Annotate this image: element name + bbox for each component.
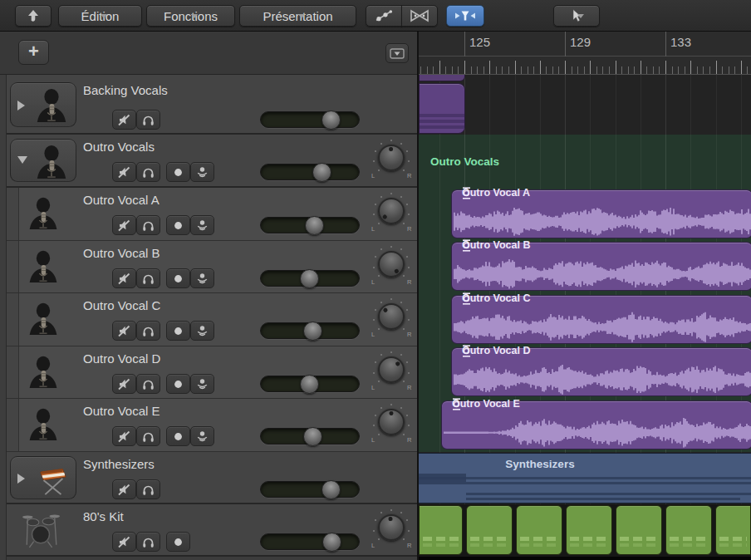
volume-slider[interactable]: [260, 111, 360, 128]
volume-slider-thumb[interactable]: [303, 322, 322, 341]
solo-button[interactable]: [136, 162, 160, 182]
bar-ruler[interactable]: 125 129 133: [419, 32, 751, 75]
vocals-track-icon[interactable]: [27, 196, 60, 233]
pan-knob-dial[interactable]: [378, 251, 405, 278]
region-outro-vocal-c[interactable]: Outro Vocal C: [451, 295, 751, 344]
volume-slider[interactable]: [260, 376, 360, 392]
solo-button[interactable]: [136, 215, 160, 235]
input-button[interactable]: [190, 321, 214, 341]
region-outro-vocal-b[interactable]: Outro Vocal B: [451, 242, 751, 291]
mute-button[interactable]: [112, 532, 136, 552]
vocals-track-icon[interactable]: [27, 407, 60, 444]
solo-button[interactable]: [136, 426, 160, 446]
volume-slider[interactable]: [260, 270, 360, 287]
mute-button[interactable]: [112, 374, 136, 394]
vocals-track-icon[interactable]: [27, 355, 60, 391]
add-track-button[interactable]: +: [18, 40, 49, 65]
crossfade-drag-button[interactable]: [401, 5, 438, 27]
menu-edition[interactable]: Édition: [58, 5, 142, 27]
region-synthesizers[interactable]: Synthesizers: [419, 453, 751, 504]
vocals-track-icon[interactable]: [34, 144, 69, 182]
input-button[interactable]: [190, 426, 214, 446]
header-lanes-divider[interactable]: [417, 32, 419, 560]
back-up-button[interactable]: [15, 5, 52, 27]
pan-knob-dial[interactable]: [378, 356, 405, 383]
region-80s-kit[interactable]: [715, 505, 751, 555]
region-outro-vocal-a[interactable]: Outro Vocal A: [451, 189, 751, 238]
mute-button[interactable]: [112, 162, 136, 182]
track-header-outro-vocal-a[interactable]: Outro Vocal ALR: [0, 188, 419, 241]
input-button[interactable]: [190, 162, 214, 182]
region-outro-vocal-e[interactable]: Outro Vocal E: [441, 400, 751, 449]
flex-button[interactable]: [446, 5, 484, 27]
volume-slider-thumb[interactable]: [312, 163, 331, 182]
synth-track-icon[interactable]: [34, 461, 69, 499]
record-button[interactable]: [166, 532, 190, 552]
volume-slider-thumb[interactable]: [322, 533, 341, 552]
track-header-synthesizers[interactable]: Synthesizers: [0, 452, 419, 504]
pan-knob-dial[interactable]: [378, 303, 405, 330]
track-header-outro-vocal-c[interactable]: Outro Vocal CLR: [0, 293, 419, 346]
pan-knob[interactable]: LR: [369, 512, 414, 553]
volume-slider[interactable]: [260, 164, 360, 180]
track-header-80-s-kit[interactable]: 80's KitLR: [0, 504, 419, 557]
pan-knob[interactable]: LR: [369, 406, 414, 448]
region-80s-kit[interactable]: [566, 505, 612, 555]
menu-presentation[interactable]: Présentation: [239, 5, 356, 27]
volume-slider-thumb[interactable]: [303, 427, 322, 446]
pan-knob[interactable]: LR: [369, 301, 414, 342]
volume-slider[interactable]: [260, 428, 360, 445]
volume-slider-thumb[interactable]: [322, 111, 341, 130]
record-button[interactable]: [166, 215, 190, 235]
track-header-outro-vocal-e[interactable]: Outro Vocal ELR: [0, 399, 419, 452]
track-header-outro-vocal-d[interactable]: Outro Vocal DLR: [0, 346, 419, 399]
volume-slider-thumb[interactable]: [322, 480, 341, 499]
record-button[interactable]: [166, 426, 190, 446]
track-header-collapse-button[interactable]: [385, 43, 409, 63]
solo-button[interactable]: [136, 479, 160, 499]
input-button[interactable]: [190, 268, 214, 288]
track-header-outro-vocal-b[interactable]: Outro Vocal BLR: [0, 241, 419, 293]
volume-slider-thumb[interactable]: [300, 269, 319, 288]
record-button[interactable]: [166, 162, 190, 182]
volume-slider[interactable]: [260, 217, 360, 233]
mute-button[interactable]: [112, 426, 136, 446]
solo-button[interactable]: [136, 110, 160, 130]
region-80s-kit[interactable]: [466, 505, 513, 555]
region-80s-kit[interactable]: [419, 505, 463, 555]
pan-knob[interactable]: LR: [369, 354, 414, 395]
pan-knob[interactable]: LR: [369, 195, 414, 237]
pan-knob[interactable]: LR: [369, 248, 414, 290]
track-header-backing-vocals[interactable]: Backing Vocals: [0, 75, 419, 135]
solo-button[interactable]: [136, 532, 160, 552]
ruler-numbers[interactable]: 125 129 133: [419, 32, 751, 56]
solo-button[interactable]: [136, 321, 160, 341]
pan-knob-dial[interactable]: [378, 198, 405, 224]
vocals-track-icon[interactable]: [34, 87, 69, 125]
track-disclosure-box[interactable]: [10, 456, 76, 499]
record-button[interactable]: [166, 321, 190, 341]
volume-slider-thumb[interactable]: [300, 375, 319, 394]
region-backing-sliver[interactable]: [419, 75, 465, 81]
solo-button[interactable]: [136, 374, 160, 394]
pan-knob[interactable]: LR: [369, 142, 414, 184]
region-outro-vocal-d[interactable]: Outro Vocal D: [451, 347, 751, 396]
mute-button[interactable]: [112, 110, 136, 130]
ruler-beat-ticks[interactable]: [419, 56, 751, 75]
mute-button[interactable]: [112, 215, 136, 235]
automation-button[interactable]: [366, 5, 402, 27]
record-button[interactable]: [166, 268, 190, 288]
mute-button[interactable]: [112, 268, 136, 288]
drums-track-icon[interactable]: [22, 510, 60, 552]
volume-slider[interactable]: [260, 533, 360, 550]
track-disclosure-box[interactable]: [10, 82, 76, 127]
vocals-track-icon[interactable]: [27, 249, 60, 286]
volume-slider[interactable]: [260, 481, 360, 498]
mute-button[interactable]: [112, 321, 136, 341]
solo-button[interactable]: [136, 268, 160, 288]
track-header-outro-vocals[interactable]: Outro VocalsLR: [0, 135, 419, 188]
region-80s-kit[interactable]: [516, 505, 562, 555]
input-button[interactable]: [190, 215, 214, 235]
volume-slider[interactable]: [260, 322, 360, 339]
region-80s-kit[interactable]: [616, 505, 662, 555]
